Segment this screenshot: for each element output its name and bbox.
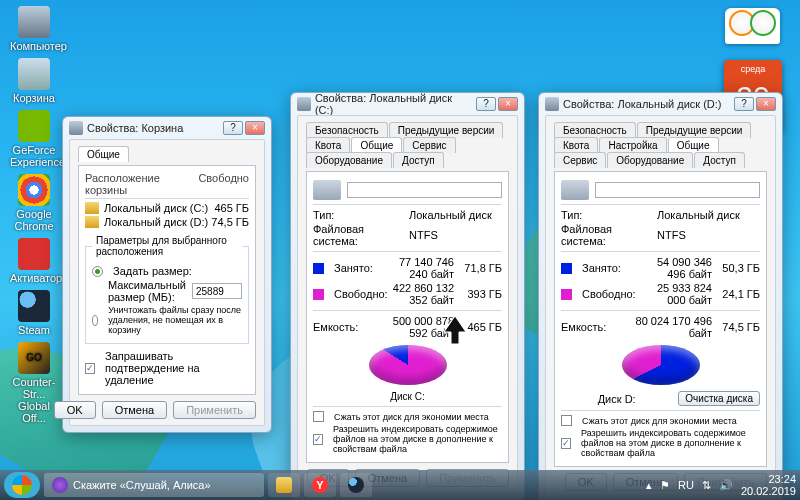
taskbar-item-explorer[interactable] — [268, 473, 300, 497]
desktop-icon-csgo[interactable]: GOCounter-Str... Global Off... — [10, 342, 58, 424]
free-space-legend — [313, 289, 324, 300]
checkbox-compress[interactable] — [313, 411, 324, 422]
drive-row-d[interactable]: Локальный диск (D:)74,5 ГБ — [85, 215, 249, 229]
tab-customize[interactable]: Настройка — [599, 137, 666, 153]
disk-usage-pie-chart — [369, 345, 447, 385]
cancel-button[interactable]: Отмена — [102, 401, 167, 419]
recycle-bin-properties-window[interactable]: Свойства: Корзина ? × Общие Расположение… — [62, 116, 272, 433]
tab-tools[interactable]: Сервис — [403, 137, 455, 153]
drive-icon — [85, 202, 99, 214]
assistant-search-bar[interactable]: Скажите «Слушай, Алиса» — [44, 473, 264, 497]
titlebar[interactable]: Свойства: Локальный диск (C:) ?× — [291, 93, 524, 115]
drive-icon — [85, 216, 99, 228]
radio-delete-immediately[interactable] — [92, 315, 98, 326]
start-button[interactable] — [4, 472, 40, 498]
tab-security[interactable]: Безопасность — [554, 122, 636, 138]
ok-button[interactable]: OK — [54, 401, 96, 419]
search-placeholder: Скажите «Слушай, Алиса» — [73, 479, 211, 491]
tab-security[interactable]: Безопасность — [306, 122, 388, 138]
radio-custom-size[interactable] — [92, 266, 103, 277]
disk-c-properties-window[interactable]: Свойства: Локальный диск (C:) ?× Безопас… — [290, 92, 525, 500]
disk-icon — [313, 180, 341, 200]
tab-sharing[interactable]: Доступ — [694, 152, 745, 168]
tab-previous-versions[interactable]: Предыдущие версии — [637, 122, 752, 138]
volume-icon[interactable]: 🔊 — [719, 479, 733, 492]
system-tray[interactable]: ▴ ⚑ RU ⇅ 🔊 23:24 20.02.2019 — [646, 473, 796, 497]
drive-icon — [545, 97, 559, 111]
desktop-icon-computer[interactable]: Компьютер — [10, 6, 58, 52]
calendar-weekday: среда — [724, 64, 782, 74]
volume-label-input[interactable] — [595, 182, 760, 198]
free-space-legend — [561, 289, 572, 300]
network-icon[interactable]: ⇅ — [702, 479, 711, 492]
group-label: Параметры для выбранного расположения — [92, 235, 242, 257]
tab-general[interactable]: Общие — [668, 137, 719, 153]
max-size-input[interactable] — [192, 283, 242, 299]
window-title: Свойства: Локальный диск (D:) — [563, 98, 722, 110]
icon-label: Компьютер — [10, 40, 67, 52]
tab-tools[interactable]: Сервис — [554, 152, 606, 168]
taskbar-item-steam[interactable] — [340, 473, 372, 497]
close-button[interactable]: × — [756, 97, 776, 111]
checkbox-confirm-delete[interactable] — [85, 363, 95, 374]
desktop-icon-activator[interactable]: Активатор — [10, 238, 58, 284]
drive-icon — [297, 97, 311, 111]
titlebar[interactable]: Свойства: Корзина ? × — [63, 117, 271, 139]
disk-label: Диск C: — [313, 391, 502, 402]
window-title: Свойства: Локальный диск (C:) — [315, 92, 472, 116]
desktop-icon-recycle-bin[interactable]: Корзина — [10, 58, 58, 104]
volume-label-input[interactable] — [347, 182, 502, 198]
windows-orb-icon — [12, 475, 32, 495]
taskbar[interactable]: Скажите «Слушай, Алиса» Y ▴ ⚑ RU ⇅ 🔊 23:… — [0, 470, 800, 500]
explorer-icon — [276, 477, 292, 493]
tab-hardware[interactable]: Оборудование — [306, 152, 392, 168]
clock[interactable]: 23:24 20.02.2019 — [741, 473, 796, 497]
desktop-icons: Компьютер Корзина GeForce Experience Goo… — [10, 6, 58, 424]
help-button[interactable]: ? — [223, 121, 243, 135]
checkbox-index[interactable] — [313, 434, 323, 445]
alice-icon — [52, 477, 68, 493]
drive-row-c[interactable]: Локальный диск (C:)465 ГБ — [85, 201, 249, 215]
tab-quota[interactable]: Квота — [306, 137, 350, 153]
icon-label: Google Chrome — [14, 208, 53, 232]
tray-expand-icon[interactable]: ▴ — [646, 479, 652, 492]
icon-label: Активатор — [10, 272, 62, 284]
checkbox-index[interactable] — [561, 438, 571, 449]
desktop-icon-chrome[interactable]: Google Chrome — [10, 174, 58, 232]
desktop-icon-geforce[interactable]: GeForce Experience — [10, 110, 58, 168]
titlebar[interactable]: Свойства: Локальный диск (D:) ?× — [539, 93, 782, 115]
apply-button[interactable]: Применить — [173, 401, 256, 419]
tab-sharing[interactable]: Доступ — [393, 152, 444, 168]
tab-previous-versions[interactable]: Предыдущие версии — [389, 122, 504, 138]
disk-cleanup-button[interactable]: Очистка диска — [678, 391, 760, 406]
taskbar-item-yandex[interactable]: Y — [304, 473, 336, 497]
window-title: Свойства: Корзина — [87, 122, 183, 134]
clock-date: 20.02.2019 — [741, 485, 796, 497]
icon-label: Корзина — [13, 92, 55, 104]
clock-time: 23:24 — [741, 473, 796, 485]
close-button[interactable]: × — [498, 97, 518, 111]
col-location: Расположение корзины — [85, 172, 198, 196]
checkbox-compress[interactable] — [561, 415, 572, 426]
tab-general[interactable]: Общие — [351, 137, 402, 153]
close-button[interactable]: × — [245, 121, 265, 135]
help-button[interactable]: ? — [734, 97, 754, 111]
used-space-legend — [561, 263, 572, 274]
help-button[interactable]: ? — [476, 97, 496, 111]
tab-quota[interactable]: Квота — [554, 137, 598, 153]
used-space-legend — [313, 263, 324, 274]
desktop-icon-steam[interactable]: Steam — [10, 290, 58, 336]
disk-icon — [561, 180, 589, 200]
tab-hardware[interactable]: Оборудование — [607, 152, 693, 168]
recycle-bin-icon — [69, 121, 83, 135]
action-center-icon[interactable]: ⚑ — [660, 479, 670, 492]
disk-d-properties-window[interactable]: Свойства: Локальный диск (D:) ?× Безопас… — [538, 92, 783, 500]
yandex-icon: Y — [312, 477, 328, 493]
icon-label: Steam — [18, 324, 50, 336]
icon-label: Counter-Str... Global Off... — [13, 376, 56, 424]
tab-general[interactable]: Общие — [78, 146, 129, 162]
lang-indicator[interactable]: RU — [678, 479, 694, 491]
icon-label: GeForce Experience — [10, 144, 65, 168]
disk-usage-pie-chart — [622, 345, 700, 385]
cpu-meter-gadget[interactable] — [725, 8, 780, 44]
